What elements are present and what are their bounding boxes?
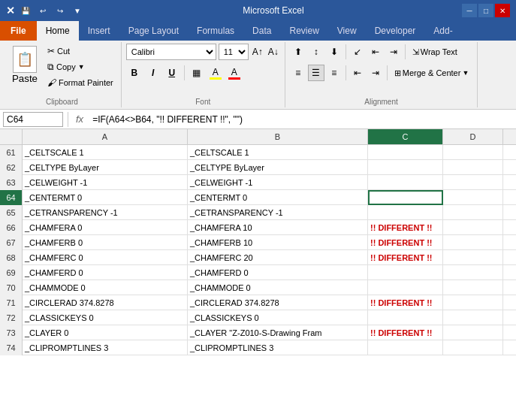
row-number[interactable]: 73 — [0, 325, 23, 340]
cell-c[interactable]: !! DIFFERENT !! — [368, 220, 443, 235]
row-number[interactable]: 74 — [0, 340, 23, 355]
cell-c[interactable] — [368, 340, 443, 355]
wrap-text-button[interactable]: ⇲ Wrap Text — [409, 44, 461, 60]
cell-a[interactable]: _CELWEIGHT -1 — [23, 175, 188, 190]
cell-c[interactable]: !! DIFFERENT !! — [368, 235, 443, 250]
cell-a[interactable]: _CIRCLERAD 374.8278 — [23, 295, 188, 310]
bold-button[interactable]: B — [126, 65, 143, 81]
cell-c[interactable] — [368, 175, 443, 190]
merge-dropdown-arrow[interactable]: ▼ — [462, 69, 469, 77]
italic-button[interactable]: I — [145, 65, 161, 81]
tab-formulas[interactable]: Formulas — [188, 21, 243, 41]
align-left-button[interactable]: ≡ — [290, 65, 306, 81]
row-number[interactable]: 66 — [0, 220, 23, 235]
format-painter-button[interactable]: 🖌 Format Painter — [44, 75, 116, 90]
cell-c[interactable] — [368, 265, 443, 280]
cell-c[interactable] — [368, 160, 443, 175]
cell-d[interactable] — [443, 160, 503, 175]
row-number[interactable]: 65 — [0, 205, 23, 220]
row-number[interactable]: 64 — [0, 190, 23, 205]
col-header-d[interactable]: D — [443, 129, 503, 144]
cell-d[interactable] — [443, 145, 503, 160]
row-number[interactable]: 70 — [0, 280, 23, 295]
formula-input[interactable] — [89, 112, 513, 127]
cell-b[interactable]: _CENTERMT 0 — [188, 190, 368, 205]
close-button[interactable]: ✕ — [495, 4, 510, 17]
cell-b[interactable]: _CLAYER "Z-Z010-S-Drawing Fram — [188, 325, 368, 340]
quick-access-toolbar[interactable]: 💾 ↩ ↪ ▼ — [18, 4, 85, 17]
tab-insert[interactable]: Insert — [79, 21, 119, 41]
cell-a[interactable]: _CLAYER 0 — [23, 325, 188, 340]
cell-a[interactable]: _CENTERMT 0 — [23, 190, 188, 205]
cell-a[interactable]: _CHAMFERC 0 — [23, 250, 188, 265]
cell-b[interactable]: _CHAMFERB 10 — [188, 235, 368, 250]
tab-page-layout[interactable]: Page Layout — [119, 21, 188, 41]
cell-a[interactable]: _CLIPROMPTLINES 3 — [23, 340, 188, 355]
cell-d[interactable] — [443, 325, 503, 340]
cell-a[interactable]: _CHAMMODE 0 — [23, 280, 188, 295]
cell-b[interactable]: _CHAMFERA 10 — [188, 220, 368, 235]
font-name-select[interactable]: Calibri — [126, 44, 216, 60]
cell-d[interactable] — [443, 235, 503, 250]
tab-home[interactable]: Home — [37, 21, 79, 41]
fx-button[interactable]: fx — [73, 113, 86, 125]
cell-d[interactable] — [443, 295, 503, 310]
cell-d[interactable] — [443, 205, 503, 220]
increase-indent-button[interactable]: ⇥ — [367, 65, 384, 81]
paste-button[interactable]: 📋 Paste — [8, 44, 42, 89]
text-direction-button[interactable]: ↙ — [349, 44, 366, 60]
minimize-button[interactable]: ─ — [462, 4, 477, 17]
cell-b[interactable]: _CIRCLERAD 374.8278 — [188, 295, 368, 310]
fill-color-button[interactable]: A — [207, 65, 224, 81]
tab-review[interactable]: Review — [280, 21, 327, 41]
cell-d[interactable] — [443, 265, 503, 280]
indent-decrease-button[interactable]: ⇤ — [367, 44, 384, 60]
copy-button[interactable]: ⧉ Copy ▼ — [44, 59, 116, 74]
merge-center-button[interactable]: ⊞ Merge & Center ▼ — [391, 65, 473, 81]
cell-c[interactable]: !! DIFFERENT !! — [368, 295, 443, 310]
cell-c[interactable] — [368, 190, 443, 205]
save-button[interactable]: 💾 — [18, 4, 33, 17]
cell-d[interactable] — [443, 280, 503, 295]
row-number[interactable]: 71 — [0, 295, 23, 310]
tab-view[interactable]: View — [328, 21, 366, 41]
cell-c[interactable] — [368, 205, 443, 220]
cell-b[interactable]: _CELWEIGHT -1 — [188, 175, 368, 190]
underline-button[interactable]: U — [164, 65, 180, 81]
copy-dropdown-arrow[interactable]: ▼ — [78, 63, 85, 71]
align-right-button[interactable]: ≡ — [326, 65, 342, 81]
cell-b[interactable]: _CELTYPE ByLayer — [188, 160, 368, 175]
indent-increase-button[interactable]: ⇥ — [385, 44, 402, 60]
decrease-indent-button[interactable]: ⇤ — [349, 65, 366, 81]
cell-d[interactable] — [443, 310, 503, 325]
tab-file[interactable]: File — [0, 21, 37, 41]
cell-a[interactable]: _CHAMFERD 0 — [23, 265, 188, 280]
row-number[interactable]: 72 — [0, 310, 23, 325]
cell-a[interactable]: _CHAMFERB 0 — [23, 235, 188, 250]
font-size-select[interactable]: 11 — [219, 44, 249, 60]
cell-c[interactable] — [368, 280, 443, 295]
cell-d[interactable] — [443, 340, 503, 355]
align-bottom-button[interactable]: ⬇ — [326, 44, 342, 60]
cell-b[interactable]: _CHAMFERC 20 — [188, 250, 368, 265]
decrease-font-button[interactable]: A↓ — [267, 45, 280, 59]
cell-b[interactable]: _CETRANSPARENCY -1 — [188, 205, 368, 220]
row-number[interactable]: 62 — [0, 160, 23, 175]
cell-a[interactable]: _CLASSICKEYS 0 — [23, 310, 188, 325]
cell-b[interactable]: _CHAMFERD 0 — [188, 265, 368, 280]
increase-font-button[interactable]: A↑ — [251, 45, 264, 59]
restore-button[interactable]: □ — [478, 4, 493, 17]
redo-button[interactable]: ↪ — [53, 4, 68, 17]
cell-a[interactable]: _CHAMFERA 0 — [23, 220, 188, 235]
tab-data[interactable]: Data — [243, 21, 280, 41]
cell-a[interactable]: _CELTYPE ByLayer — [23, 160, 188, 175]
cell-b[interactable]: _CHAMMODE 0 — [188, 280, 368, 295]
cell-a[interactable]: _CELTSCALE 1 — [23, 145, 188, 160]
align-middle-button[interactable]: ↕ — [308, 44, 324, 60]
col-header-a[interactable]: A — [23, 129, 188, 144]
align-center-button[interactable]: ☰ — [308, 65, 324, 81]
row-number[interactable]: 63 — [0, 175, 23, 190]
align-top-button[interactable]: ⬆ — [290, 44, 306, 60]
cell-d[interactable] — [443, 175, 503, 190]
cell-c[interactable] — [368, 310, 443, 325]
